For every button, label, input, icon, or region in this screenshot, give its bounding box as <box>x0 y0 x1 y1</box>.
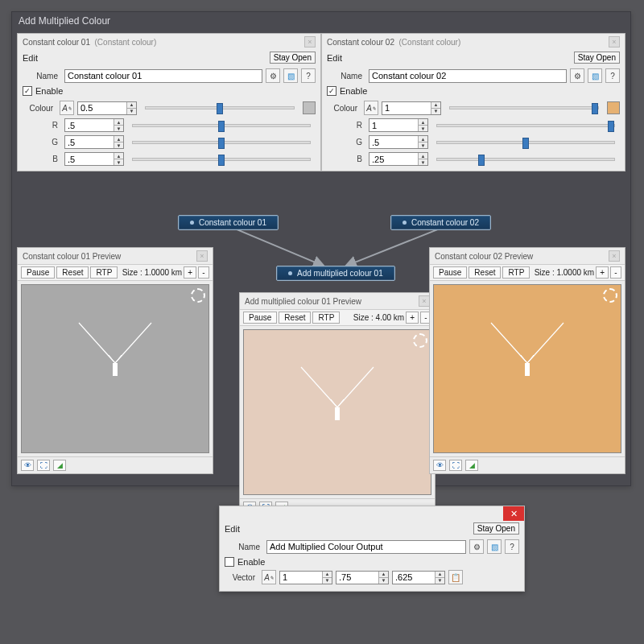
spin-up-icon[interactable]: ▲ <box>418 119 427 126</box>
edit-menu[interactable]: Edit <box>23 53 38 63</box>
spin-up-icon[interactable]: ▲ <box>378 572 388 578</box>
pause-button[interactable]: Pause <box>243 312 277 324</box>
slider-thumb[interactable] <box>218 121 225 132</box>
r-spinner[interactable]: ▲▼ <box>64 118 124 132</box>
preview-canvas[interactable] <box>243 329 431 495</box>
pencil-icon[interactable]: A✎ <box>60 101 74 115</box>
reset-button[interactable]: Reset <box>469 266 501 279</box>
slider-thumb[interactable] <box>218 155 225 166</box>
gear-icon[interactable]: ⚙ <box>266 68 280 83</box>
zoom-out-button[interactable]: - <box>198 266 209 279</box>
enable-checkbox[interactable]: ✓ <box>327 86 336 96</box>
slider-thumb[interactable] <box>522 138 529 149</box>
spin-up-icon[interactable]: ▲ <box>114 119 123 126</box>
g-slider[interactable] <box>436 141 615 144</box>
rtp-button[interactable]: RTP <box>312 312 340 324</box>
colour-spinner[interactable]: ▲▼ <box>77 101 137 115</box>
help-icon[interactable]: ? <box>505 539 519 554</box>
close-icon[interactable]: × <box>419 295 430 307</box>
b-spinner[interactable]: ▲▼ <box>369 152 428 166</box>
vector-z-spinner[interactable]: ▲▼ <box>392 571 445 584</box>
close-icon[interactable]: × <box>609 36 620 47</box>
spin-up-icon[interactable]: ▲ <box>431 102 440 109</box>
eye-icon[interactable]: 👁 <box>21 460 34 471</box>
b-spinner[interactable]: ▲▼ <box>64 152 124 166</box>
colour-value[interactable] <box>78 102 126 114</box>
reset-button[interactable]: Reset <box>56 266 89 279</box>
node-chip-constant-2[interactable]: Constant colour 02 <box>390 215 491 230</box>
g-spinner[interactable]: ▲▼ <box>64 135 124 149</box>
spin-down-icon[interactable]: ▼ <box>435 578 444 584</box>
r-value[interactable] <box>369 119 418 131</box>
r-slider[interactable] <box>436 124 615 127</box>
spin-down-icon[interactable]: ▼ <box>114 142 123 148</box>
g-value[interactable] <box>369 136 418 148</box>
r-value[interactable] <box>65 119 114 131</box>
r-spinner[interactable]: ▲▼ <box>369 118 428 132</box>
spin-down-icon[interactable]: ▼ <box>418 142 427 148</box>
stay-open-button[interactable]: Stay Open <box>270 52 316 64</box>
rtp-button[interactable]: RTP <box>502 266 530 279</box>
edit-menu[interactable]: Edit <box>327 53 342 63</box>
zoom-in-button[interactable]: + <box>184 266 196 279</box>
spin-up-icon[interactable]: ▲ <box>322 572 332 578</box>
help-icon[interactable]: ? <box>605 68 620 83</box>
slider-thumb[interactable] <box>592 103 598 114</box>
pencil-icon[interactable]: A✎ <box>364 101 378 115</box>
spin-down-icon[interactable]: ▼ <box>431 109 440 114</box>
colour-swatch[interactable] <box>303 101 316 114</box>
b-value[interactable] <box>65 153 114 165</box>
slider-thumb[interactable] <box>608 121 614 132</box>
reset-button[interactable]: Reset <box>279 312 311 324</box>
preview-canvas[interactable] <box>21 284 209 453</box>
zoom-in-button[interactable]: + <box>406 312 419 324</box>
name-input[interactable] <box>64 69 262 83</box>
spin-up-icon[interactable]: ▲ <box>435 572 444 578</box>
gear-icon[interactable]: ⚙ <box>570 68 584 83</box>
vector-y-value[interactable] <box>336 572 378 584</box>
rtp-button[interactable]: RTP <box>90 266 118 279</box>
name-input[interactable] <box>266 540 466 554</box>
preview-icon[interactable]: ▧ <box>588 68 602 83</box>
name-input[interactable] <box>369 69 567 83</box>
g-value[interactable] <box>65 136 114 148</box>
vector-x-spinner[interactable]: ▲▼ <box>279 571 332 584</box>
g-spinner[interactable]: ▲▼ <box>369 135 428 149</box>
spin-up-icon[interactable]: ▲ <box>126 102 136 109</box>
eye-icon[interactable]: 👁 <box>433 460 446 471</box>
pause-button[interactable]: Pause <box>21 266 55 279</box>
stay-open-button[interactable]: Stay Open <box>473 522 519 535</box>
sun-widget-icon[interactable] <box>413 333 427 348</box>
copy-icon[interactable]: 📋 <box>448 570 463 584</box>
g-slider[interactable] <box>132 141 311 144</box>
close-button[interactable]: ✕ <box>503 506 524 521</box>
sun-widget-icon[interactable] <box>191 288 205 303</box>
r-slider[interactable] <box>132 124 311 127</box>
stay-open-button[interactable]: Stay Open <box>574 52 620 64</box>
enable-checkbox[interactable] <box>225 557 234 567</box>
close-icon[interactable]: × <box>304 36 316 47</box>
preview-canvas[interactable] <box>433 284 621 453</box>
colour-swatch[interactable] <box>607 101 620 114</box>
pause-button[interactable]: Pause <box>433 266 467 279</box>
pencil-icon[interactable]: A✎ <box>262 570 276 584</box>
b-slider[interactable] <box>132 158 311 161</box>
spin-up-icon[interactable]: ▲ <box>114 153 123 159</box>
colour-spinner[interactable]: ▲▼ <box>382 101 441 115</box>
spin-down-icon[interactable]: ▼ <box>418 126 427 131</box>
b-value[interactable] <box>369 153 418 165</box>
colour-slider[interactable] <box>145 106 295 109</box>
leaf-icon[interactable]: ◢ <box>465 460 478 471</box>
spin-down-icon[interactable]: ▼ <box>114 126 123 131</box>
crop-icon[interactable]: ⛶ <box>449 460 462 471</box>
zoom-in-button[interactable]: + <box>596 266 609 279</box>
b-slider[interactable] <box>436 158 615 161</box>
help-icon[interactable]: ? <box>301 68 316 83</box>
leaf-icon[interactable]: ◢ <box>53 460 66 471</box>
preview-icon[interactable]: ▧ <box>487 539 502 554</box>
close-icon[interactable]: × <box>609 250 620 262</box>
spin-up-icon[interactable]: ▲ <box>114 136 123 142</box>
slider-thumb[interactable] <box>478 155 485 166</box>
spin-down-icon[interactable]: ▼ <box>126 109 136 114</box>
crop-icon[interactable]: ⛶ <box>37 460 50 471</box>
